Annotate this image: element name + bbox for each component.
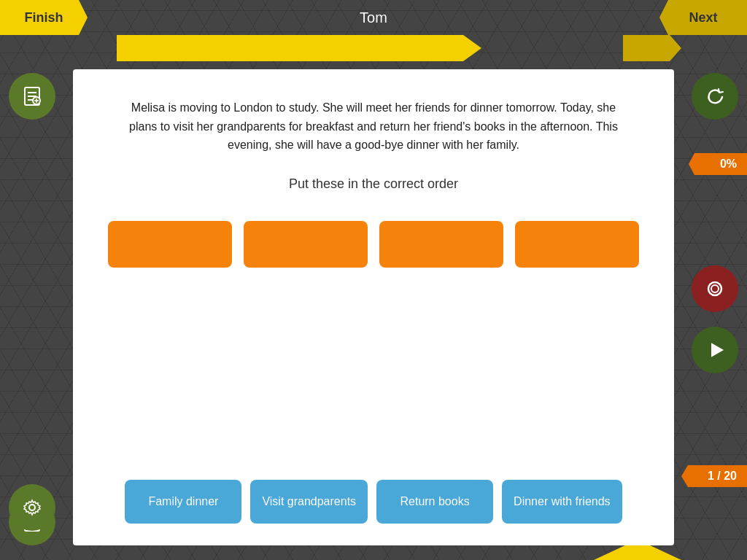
next-button[interactable]: Next [659,0,747,35]
svg-point-7 [29,505,35,510]
answer-dinner-with-friends[interactable]: Dinner with friends [502,480,622,524]
answer-buttons-container: Family dinner Visit grandparents Return … [125,465,622,524]
main-card: Melisa is moving to London to study. She… [73,69,674,545]
yellow-banner-left [117,35,481,61]
instruction-text: Put these in the correct order [289,176,458,192]
svg-point-8 [708,282,721,295]
drop-slot-3[interactable] [379,221,503,268]
top-bar: Finish Tom Next [0,0,747,35]
answer-family-dinner[interactable]: Family dinner [125,480,241,524]
yellow-banner-right [623,35,681,61]
drop-slot-4[interactable] [515,221,639,268]
drop-slot-1[interactable] [108,221,232,268]
passage-text: Melisa is moving to London to study. She… [117,98,630,155]
finish-button[interactable]: Finish [0,0,88,35]
header-title: Tom [88,9,659,26]
gear-icon-button[interactable] [9,484,55,531]
notes-button[interactable] [9,73,55,120]
drop-slot-2[interactable] [244,221,368,268]
svg-marker-10 [712,344,722,356]
answer-return-books[interactable]: Return books [376,480,493,524]
redo-icon-button[interactable] [692,73,738,120]
record-icon-button[interactable] [692,265,738,312]
drop-slots-container [108,221,639,268]
play-icon-button[interactable] [692,327,738,373]
left-sidebar [9,499,55,545]
svg-point-9 [711,285,719,292]
page-badge: 1 / 20 [681,465,747,487]
answer-visit-grandparents[interactable]: Visit grandparents [250,480,368,524]
right-sidebar [692,73,738,373]
